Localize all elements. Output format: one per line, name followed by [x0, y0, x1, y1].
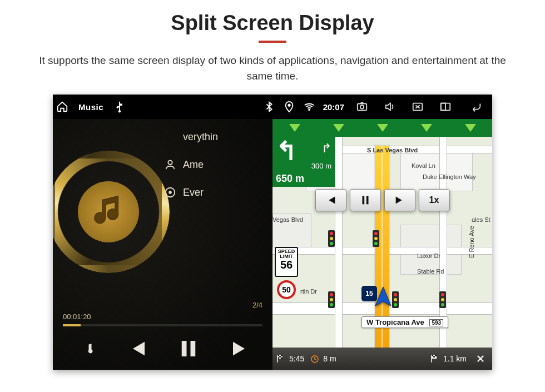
pause-button[interactable] — [174, 334, 203, 363]
album-name: Ever — [183, 187, 204, 199]
turn-distance-secondary: 300 m — [311, 162, 331, 170]
svg-rect-19 — [281, 355, 283, 356]
screenshot-icon[interactable] — [352, 98, 372, 115]
vehicle-position-icon — [372, 286, 394, 310]
song-title: verythin — [183, 131, 218, 143]
svg-point-6 — [360, 105, 364, 108]
clock-icon — [310, 354, 320, 364]
lane-arrow-icon — [465, 124, 476, 132]
street-label: Duke Ellington Way — [423, 173, 476, 180]
song-title-row: verythin — [164, 131, 218, 143]
status-bar: Music 20:07 — [53, 95, 492, 119]
street-label: Stable Rd — [417, 268, 444, 275]
street-label: S Las Vegas Blvd — [367, 147, 418, 153]
nav-bottom-bar: 5:45 8 m 1.1 km — [272, 348, 492, 370]
location-icon — [283, 101, 295, 113]
svg-rect-20 — [279, 356, 281, 358]
music-pane: verythin Ame Ever 2/4 00:01:20 — [53, 119, 272, 370]
turn-distance-primary: 650 m — [276, 173, 304, 184]
svg-rect-26 — [435, 355, 437, 356]
title-underline — [259, 41, 286, 43]
svg-point-10 — [168, 161, 172, 165]
album-row: Ever — [164, 186, 218, 199]
close-nav-button[interactable] — [472, 350, 489, 367]
track-counter: 2/4 — [252, 301, 262, 309]
street-label: rtin Dr — [300, 288, 317, 295]
lane-arrow-icon — [333, 124, 344, 132]
page-subtitle: It supports the same screen display of t… — [31, 53, 514, 83]
svg-point-3 — [288, 104, 290, 107]
distance-remaining: 1.1 km — [430, 354, 467, 364]
traffic-light-icon — [373, 230, 379, 247]
svg-rect-16 — [366, 196, 368, 205]
app-title: Music — [78, 102, 103, 112]
turn-instruction: ↰ ↱ 300 m 650 m — [272, 137, 335, 187]
traffic-light-icon — [439, 291, 446, 308]
person-icon — [164, 158, 176, 171]
demo-speed-button[interactable]: 1x — [419, 189, 450, 211]
street-label: Koval Ln — [412, 162, 435, 169]
disc-icon — [164, 186, 176, 199]
close-app-icon[interactable] — [408, 98, 428, 115]
map-road — [335, 137, 343, 348]
lane-arrow-icon — [421, 124, 432, 132]
demo-next-button[interactable] — [384, 189, 415, 211]
demo-pause-button[interactable] — [350, 189, 381, 211]
svg-point-12 — [169, 191, 171, 193]
svg-rect-22 — [281, 358, 283, 359]
flag-icon — [276, 354, 286, 364]
navigation-pane[interactable]: 15 ↰ ↱ 300 m 650 m — [272, 119, 492, 370]
wifi-icon — [303, 101, 315, 113]
usb-icon — [113, 101, 126, 113]
elapsed-time: 00:01:20 — [63, 312, 91, 321]
current-speed: 50 — [277, 280, 296, 299]
route-demo-controls: 1x — [272, 189, 492, 211]
svg-rect-27 — [433, 356, 435, 358]
music-note-icon — [78, 181, 139, 242]
svg-rect-14 — [191, 341, 196, 356]
eta: 5:45 — [276, 354, 304, 364]
back-icon[interactable] — [463, 98, 489, 115]
svg-point-2 — [117, 107, 118, 108]
head-unit-screen: Music 20:07 — [53, 95, 492, 370]
current-street-pill: W Tropicana Ave 593 — [361, 316, 448, 328]
svg-rect-1 — [120, 104, 122, 106]
bluetooth-icon — [263, 101, 275, 113]
playlist-button[interactable] — [70, 334, 99, 363]
split-screen-icon[interactable] — [435, 98, 455, 115]
street-label: Luxor Dr — [417, 252, 440, 259]
lane-arrow-icon — [289, 124, 300, 132]
page-title: Split Screen Display — [0, 11, 545, 35]
next-button[interactable] — [226, 334, 255, 363]
turn-right-small-icon: ↱ — [321, 141, 331, 156]
street-label: Vegas Blvd — [272, 216, 303, 223]
flag-icon — [430, 354, 440, 364]
artist-name: Ame — [183, 159, 204, 171]
svg-rect-13 — [182, 341, 187, 356]
map-block — [400, 152, 473, 191]
lane-guidance-bar — [272, 119, 492, 137]
previous-button[interactable] — [122, 334, 151, 363]
street-label: ales St — [472, 216, 490, 223]
street-label: E Reno Ave — [468, 226, 475, 258]
home-icon[interactable] — [56, 101, 68, 113]
demo-prev-button[interactable] — [315, 189, 346, 211]
svg-rect-5 — [358, 104, 367, 111]
svg-rect-15 — [362, 196, 364, 205]
speed-limit-sign: SPEED LIMIT 56 — [275, 247, 298, 277]
progress-bar[interactable] — [63, 324, 262, 326]
svg-point-0 — [118, 111, 121, 113]
album-art-disc — [53, 151, 170, 273]
volume-icon[interactable] — [380, 98, 400, 115]
svg-rect-9 — [441, 103, 445, 111]
time-remaining: 8 m — [310, 354, 336, 364]
traffic-light-icon — [328, 291, 335, 308]
artist-row: Ame — [164, 158, 218, 171]
traffic-light-icon — [328, 230, 335, 247]
svg-point-4 — [308, 109, 310, 111]
lane-arrow-icon — [377, 124, 388, 132]
clock: 20:07 — [323, 102, 344, 112]
